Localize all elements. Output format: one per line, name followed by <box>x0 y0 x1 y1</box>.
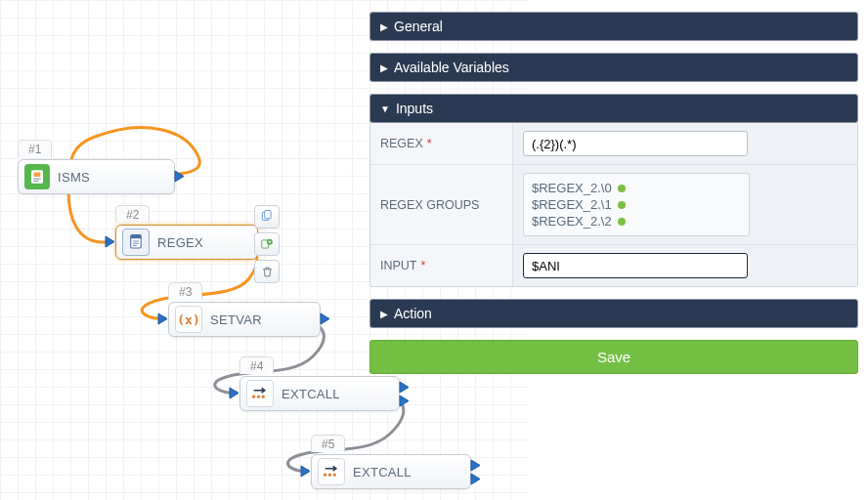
properties-panel: ▶ General ▶ Available Variables ▼ Inputs… <box>369 0 858 374</box>
svg-rect-10 <box>265 211 271 219</box>
svg-point-15 <box>262 396 265 398</box>
svg-point-18 <box>333 474 336 477</box>
regex-groups-list: $REGEX_2.\0 $REGEX_2.\1 $REGEX_2.\2 <box>523 173 750 236</box>
caret-right-icon: ▶ <box>380 21 388 32</box>
svg-point-17 <box>328 474 331 477</box>
extcall-icon <box>318 458 345 485</box>
port-out-2[interactable] <box>470 473 482 485</box>
save-button[interactable]: Save <box>369 340 858 374</box>
node-label: EXTCALL <box>353 465 412 479</box>
section-title: Action <box>394 306 432 321</box>
regex-label: REGEX* <box>370 123 512 164</box>
regex-icon <box>122 229 150 256</box>
setvar-icon: (x) <box>175 306 202 333</box>
port-out[interactable] <box>174 170 186 183</box>
port-out[interactable] <box>470 459 482 472</box>
section-title: General <box>394 19 443 34</box>
port-in[interactable] <box>229 387 240 399</box>
input-label: INPUT* <box>370 245 512 286</box>
inputs-form: REGEX* REGEX GROUPS $REGEX_2.\0 $REGEX_2… <box>369 123 858 287</box>
svg-point-16 <box>324 474 326 477</box>
node-extcall-1[interactable]: #4 EXTCALL <box>239 376 400 411</box>
delete-button[interactable] <box>254 260 280 283</box>
svg-rect-1 <box>34 173 41 178</box>
node-tag: #2 <box>115 205 150 223</box>
regex-input[interactable] <box>523 131 748 156</box>
node-label: SETVAR <box>210 312 262 327</box>
svg-rect-3 <box>33 181 38 182</box>
status-dot-icon <box>618 185 626 192</box>
port-out[interactable] <box>399 381 411 394</box>
svg-rect-7 <box>133 243 139 244</box>
node-label: REGEX <box>157 235 203 250</box>
node-tag: #4 <box>239 356 274 374</box>
isms-icon <box>24 164 50 189</box>
status-dot-icon <box>618 201 626 209</box>
section-inputs[interactable]: ▼ Inputs <box>369 94 858 123</box>
node-toolbar <box>254 201 282 287</box>
node-regex[interactable]: #2 REGEX <box>115 225 258 260</box>
caret-right-icon: ▶ <box>380 62 388 73</box>
add-button[interactable] <box>254 232 280 256</box>
group-item[interactable]: $REGEX_2.\0 <box>532 180 741 196</box>
port-out-2[interactable] <box>399 395 411 407</box>
regex-groups-label: REGEX GROUPS <box>370 165 512 244</box>
port-in[interactable] <box>157 312 169 325</box>
port-in[interactable] <box>105 235 116 248</box>
input-field[interactable] <box>523 253 748 278</box>
svg-point-14 <box>257 396 260 398</box>
section-general[interactable]: ▶ General <box>369 12 858 41</box>
section-title: Inputs <box>396 101 433 116</box>
caret-down-icon: ▼ <box>380 104 390 114</box>
port-out[interactable] <box>320 312 331 325</box>
group-item[interactable]: $REGEX_2.\1 <box>532 196 741 213</box>
copy-button[interactable] <box>254 205 280 229</box>
node-label: ISMS <box>58 170 90 185</box>
svg-rect-8 <box>133 245 137 246</box>
section-variables[interactable]: ▶ Available Variables <box>369 53 858 82</box>
caret-right-icon: ▶ <box>380 309 388 319</box>
port-in[interactable] <box>300 465 312 478</box>
svg-rect-6 <box>133 241 139 242</box>
node-label: EXTCALL <box>282 387 340 401</box>
status-dot-icon <box>618 218 626 226</box>
node-isms[interactable]: #1 ISMS <box>18 159 175 194</box>
node-tag: #5 <box>311 435 345 452</box>
group-item[interactable]: $REGEX_2.\2 <box>532 213 741 229</box>
svg-rect-2 <box>33 179 41 180</box>
node-setvar[interactable]: #3 (x) SETVAR <box>168 302 321 337</box>
section-action[interactable]: ▶ Action <box>369 299 858 328</box>
node-extcall-2[interactable]: #5 EXTCALL <box>311 454 471 489</box>
section-title: Available Variables <box>394 60 509 75</box>
svg-rect-5 <box>131 235 142 239</box>
extcall-icon <box>246 380 274 407</box>
svg-point-13 <box>252 396 255 398</box>
node-tag: #1 <box>18 140 52 157</box>
node-tag: #3 <box>168 282 202 300</box>
